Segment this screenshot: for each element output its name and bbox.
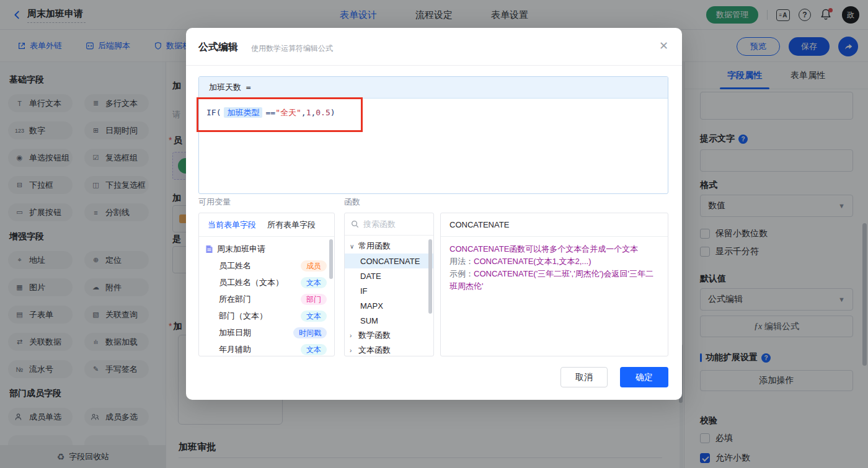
formula-operator: ==	[265, 108, 275, 117]
field-type-badge: 部门	[301, 294, 327, 305]
formula-code[interactable]: IF(加班类型=="全天",1,0.5)	[199, 99, 668, 127]
function-group-text[interactable]: ›文本函数	[345, 343, 433, 356]
function-item[interactable]: MAPX	[345, 298, 433, 313]
field-type-badge: 时间戳	[293, 327, 327, 338]
variables-scrollbar-thumb[interactable]	[329, 239, 333, 279]
chevron-down-icon: ∨	[350, 243, 355, 250]
function-item[interactable]: SUM	[345, 313, 433, 328]
tab-current-form-fields[interactable]: 当前表单字段	[208, 219, 256, 231]
functions-scrollbar-thumb[interactable]	[428, 239, 432, 314]
formula-variable-chip[interactable]: 加班类型	[224, 107, 262, 118]
variable-field-row[interactable]: 加班日期时间戳	[205, 324, 328, 341]
functions-label: 函数	[344, 196, 360, 208]
formula-keyword: IF(	[206, 108, 221, 117]
function-search-box[interactable]: 搜索函数	[345, 213, 433, 236]
function-item-selected[interactable]: CONCATENATE	[345, 254, 433, 268]
function-item[interactable]: DATE	[345, 268, 433, 283]
variables-label: 可用变量	[198, 196, 231, 208]
app-window: 周末加班申请 表单设计 流程设定 表单设置 数据管理 ≡A ? 政 表单外链	[0, 0, 868, 468]
field-type-badge: 文本	[301, 344, 327, 355]
form-node[interactable]: 周末加班申请	[205, 241, 328, 257]
confirm-button[interactable]: 确定	[620, 367, 668, 387]
variables-tree: 周末加班申请 员工姓名成员 员工姓名（文本）文本 所在部门部门 部门（文本）文本…	[199, 237, 334, 356]
variable-field-row[interactable]: 员工姓名成员	[205, 257, 328, 274]
field-type-badge: 成员	[301, 260, 327, 272]
functions-pane: 搜索函数 ∨常用函数 CONCATENATE DATE IF MAPX SUM …	[344, 213, 434, 356]
formula-number: 0.5	[316, 108, 330, 117]
variable-field-row[interactable]: 部门（文本）文本	[205, 307, 328, 324]
dialog-title: 公式编辑	[198, 41, 238, 54]
search-placeholder: 搜索函数	[363, 219, 396, 230]
cancel-button[interactable]: 取消	[560, 367, 608, 387]
search-icon	[351, 220, 359, 228]
chevron-right-icon: ›	[350, 347, 355, 354]
variable-field-row[interactable]: 年月辅助文本	[205, 341, 328, 356]
description-line: CONCATENATE函数可以将多个文本合并成一个文本	[450, 243, 659, 255]
close-icon[interactable]: ✕	[659, 39, 668, 53]
dialog-subtitle: 使用数学运算符编辑公式	[251, 43, 333, 54]
variables-pane: 当前表单字段 所有表单字段 周末加班申请 员工姓名成员 员工姓名（文本）文本 所…	[198, 213, 335, 356]
variable-field-row[interactable]: 员工姓名（文本）文本	[205, 274, 328, 291]
function-item[interactable]: IF	[345, 283, 433, 298]
chevron-right-icon: ›	[350, 332, 355, 339]
form-doc-icon	[205, 245, 213, 254]
formula-edit-dialog: 公式编辑 使用数学运算符编辑公式 ✕ 加班天数 = IF(加班类型=="全天",…	[186, 28, 682, 400]
function-name-header: CONCATENATE	[441, 213, 668, 237]
formula-string: "全天"	[275, 108, 301, 117]
function-group-math[interactable]: ›数学函数	[345, 328, 433, 343]
variable-field-row[interactable]: 所在部门部门	[205, 291, 328, 307]
function-description-body: CONCATENATE函数可以将多个文本合并成一个文本 用法：CONCATENA…	[441, 237, 668, 299]
formula-editor[interactable]: 加班天数 = IF(加班类型=="全天",1,0.5)	[198, 76, 668, 194]
usage-line: 用法：CONCATENATE(文本1,文本2,...)	[450, 255, 659, 268]
functions-tree: ∨常用函数 CONCATENATE DATE IF MAPX SUM ›数学函数…	[345, 236, 433, 356]
function-group-common[interactable]: ∨常用函数	[345, 239, 433, 254]
tab-all-form-fields[interactable]: 所有表单字段	[267, 219, 316, 231]
formula-target-bar: 加班天数 =	[199, 77, 668, 99]
example-line: 示例：CONCATENATE('三年二班','周杰伦')会返回'三年二班周杰伦'	[450, 268, 659, 293]
field-type-badge: 文本	[301, 311, 327, 322]
variables-tabs: 当前表单字段 所有表单字段	[199, 213, 334, 237]
field-type-badge: 文本	[301, 277, 327, 288]
function-description-pane: CONCATENATE CONCATENATE函数可以将多个文本合并成一个文本 …	[440, 213, 668, 356]
header-divider	[186, 65, 682, 66]
